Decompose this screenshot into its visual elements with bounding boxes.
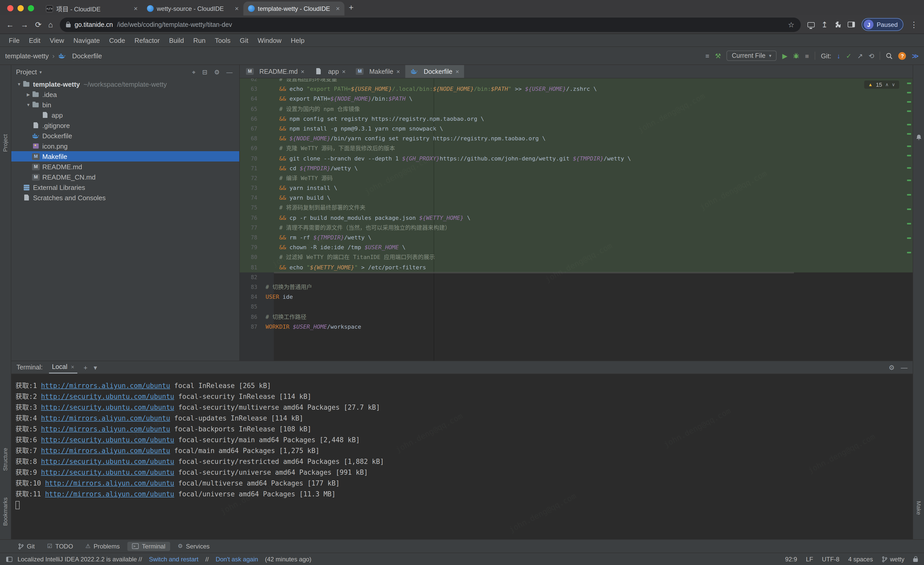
error-stripe-mark[interactable]	[907, 237, 911, 239]
tool-stripe-structure[interactable]: Structure	[2, 448, 8, 471]
code-line-87[interactable]: 87WORKDIR $USER_HOME/workspace	[240, 322, 913, 332]
new-terminal-icon[interactable]: +	[84, 364, 87, 371]
menu-file[interactable]: File	[4, 36, 24, 44]
editor-tab-dockerfile[interactable]: Dockerfile×	[405, 65, 464, 78]
line-number[interactable]: 74	[240, 193, 266, 203]
bookmark-star-icon[interactable]: ☆	[788, 20, 794, 29]
terminal-dropdown-icon[interactable]: ▾	[94, 364, 97, 371]
menu-refactor[interactable]: Refactor	[130, 36, 164, 44]
toolwindow-button-problems[interactable]: ⚠Problems	[81, 541, 124, 551]
home-icon[interactable]: ⌂	[48, 21, 53, 29]
error-stripe-mark[interactable]	[907, 110, 911, 112]
line-number[interactable]: 70	[240, 153, 266, 163]
code-line-82[interactable]: 82	[240, 272, 913, 282]
code-line-65[interactable]: 65 # 设置为国内的 npm 仓库镜像	[240, 104, 913, 114]
code-line-64[interactable]: 64 && export PATH=${NODE_HOME}/bin:$PATH…	[240, 94, 913, 104]
line-number[interactable]: 64	[240, 94, 266, 104]
code-line-74[interactable]: 74 && yarn build \	[240, 193, 913, 203]
terminal-link[interactable]: http://mirrors.aliyun.com/ubuntu	[41, 425, 170, 433]
tab-close-icon[interactable]: ×	[456, 68, 459, 75]
error-stripe-mark[interactable]	[907, 83, 911, 84]
minimize-window-button[interactable]	[18, 5, 24, 11]
terminal-link[interactable]: http://security.ubuntu.com/ubuntu	[41, 436, 174, 444]
tree-item-readme.md[interactable]: MREADME.md	[11, 161, 239, 172]
open-in-app-icon[interactable]	[807, 22, 814, 27]
git-branch-widget[interactable]: wetty	[882, 556, 904, 563]
search-everywhere-icon[interactable]	[886, 53, 893, 59]
line-number[interactable]: 81	[240, 262, 266, 272]
tree-item-bin[interactable]: ▼bin	[11, 99, 239, 110]
terminal-link[interactable]: http://mirrors.aliyun.com/ubuntu	[45, 490, 174, 498]
tab-close-icon[interactable]: ×	[71, 364, 74, 370]
ide-update-icon[interactable]: ?	[898, 52, 906, 60]
browser-menu-icon[interactable]: ⋮	[910, 21, 918, 29]
inspections-widget[interactable]: ▲ 15 ∧ ∨	[864, 81, 899, 89]
build-hammer-icon[interactable]: ⚒	[715, 53, 721, 59]
code-area[interactable]: 62 # 设置相应的环境变量63 && echo "export PATH=${…	[240, 78, 913, 332]
line-number[interactable]: 63	[240, 84, 266, 94]
line-number[interactable]: 73	[240, 183, 266, 193]
toolwindow-switcher-icon[interactable]	[6, 556, 12, 562]
line-number[interactable]: 66	[240, 114, 266, 124]
error-stripe-mark[interactable]	[907, 124, 911, 125]
run-configurations-icon[interactable]: ≡	[705, 53, 709, 59]
indent-style[interactable]: 4 spaces	[848, 556, 873, 563]
tree-item-dockerfile[interactable]: Dockerfile	[11, 131, 239, 141]
terminal-link[interactable]: http://mirrors.aliyun.com/ubuntu	[45, 479, 174, 487]
code-line-86[interactable]: 86# 切换工作路径	[240, 312, 913, 322]
error-stripe-mark[interactable]	[907, 252, 911, 253]
panel-settings-icon[interactable]: ⚙	[212, 68, 222, 75]
browser-tab-2[interactable]: wetty-source - CloudIDE×	[142, 2, 243, 15]
tab-close-icon[interactable]: ×	[336, 5, 340, 12]
stop-button[interactable]: ■	[805, 53, 809, 59]
code-line-71[interactable]: 71 && cd ${TMPDIR}/wetty \	[240, 163, 913, 173]
terminal-tab-local[interactable]: Local ×	[49, 361, 77, 374]
tab-close-icon[interactable]: ×	[342, 68, 345, 75]
code-line-69[interactable]: 69 # 克隆 WeTTY 源码，下面是我修改后的版本	[240, 144, 913, 153]
menu-window[interactable]: Window	[253, 36, 286, 44]
git-push-icon[interactable]: ↗	[857, 53, 863, 59]
tree-item-app[interactable]: app	[11, 110, 239, 120]
new-tab-button[interactable]: +	[344, 1, 358, 15]
line-number[interactable]: 82	[240, 272, 266, 282]
editor-body[interactable]: 62 # 设置相应的环境变量63 && echo "export PATH=${…	[240, 78, 913, 361]
code-line-85[interactable]: 85	[240, 302, 913, 312]
code-line-76[interactable]: 76 && cp -r build node_modules package.j…	[240, 213, 913, 222]
next-problem-icon[interactable]: ∨	[892, 82, 895, 87]
tree-item-template-wetty[interactable]: ▼template-wetty ~/workspace/template-wet…	[11, 79, 239, 89]
error-stripe-mark[interactable]	[907, 133, 911, 135]
switch-and-restart-link[interactable]: Switch and restart	[149, 556, 198, 563]
chevron-down-icon[interactable]: ▼	[15, 82, 22, 86]
error-stripe-mark[interactable]	[907, 223, 911, 224]
address-bar[interactable]: go.titanide.cn /ide/web/coding/template-…	[60, 17, 801, 32]
git-history-icon[interactable]: ⟲	[868, 53, 874, 59]
profile-button[interactable]: J Paused	[862, 18, 903, 31]
code-line-62[interactable]: 62 # 设置相应的环境变量	[240, 78, 913, 84]
extensions-puzzle-icon[interactable]	[834, 21, 841, 28]
breadcrumb-project[interactable]: template-wetty	[5, 52, 49, 60]
git-update-icon[interactable]: ↓	[837, 53, 840, 59]
line-number[interactable]: 83	[240, 282, 266, 292]
chevron-right-icon[interactable]: ▶	[25, 92, 32, 97]
file-encoding[interactable]: UTF-8	[822, 556, 839, 563]
tree-item-icon.png[interactable]: icon.png	[11, 141, 239, 151]
toolwindow-button-terminal[interactable]: >_Terminal	[128, 541, 170, 551]
line-number[interactable]: 80	[240, 252, 266, 262]
line-number[interactable]: 87	[240, 322, 266, 332]
editor-tab-makefile[interactable]: MMakefile×	[351, 65, 405, 78]
error-stripe-mark[interactable]	[907, 92, 911, 93]
terminal-link[interactable]: http://security.ubuntu.com/ubuntu	[41, 393, 174, 400]
fullscreen-window-button[interactable]	[28, 5, 34, 11]
minimize-panel-icon[interactable]: —	[901, 364, 908, 371]
back-icon[interactable]: ←	[6, 21, 14, 29]
error-stripe-mark[interactable]	[907, 167, 911, 169]
line-number[interactable]: 65	[240, 104, 266, 114]
project-panel-title[interactable]: Project	[16, 68, 37, 76]
horizontal-scrollbar[interactable]	[274, 272, 794, 273]
line-number[interactable]: 77	[240, 223, 266, 233]
code-line-81[interactable]: 81 && echo "${WETTY_HOME}" > /etc/port-f…	[240, 262, 913, 272]
tree-item-readme_cn.md[interactable]: MREADME_CN.md	[11, 172, 239, 182]
editor-tab-app[interactable]: app×	[310, 65, 351, 78]
terminal-link[interactable]: http://mirrors.aliyun.com/ubuntu	[41, 447, 170, 455]
debug-button[interactable]	[793, 53, 799, 59]
